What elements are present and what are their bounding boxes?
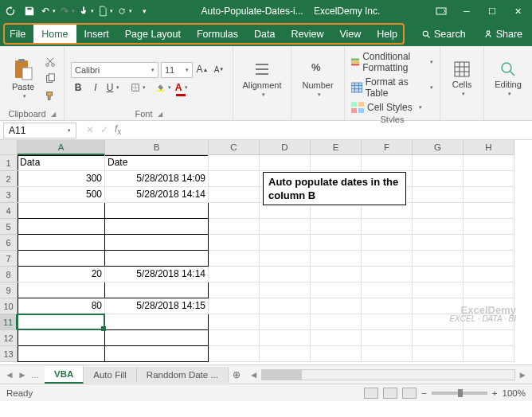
enter-formula-icon[interactable]: ✓ xyxy=(100,124,108,135)
cell-B8[interactable]: 5/28/2018 14:14 xyxy=(105,267,209,283)
view-pagelayout-icon[interactable] xyxy=(383,388,397,399)
touch-mode-icon[interactable]: ▾ xyxy=(80,4,94,18)
row-header[interactable]: 2 xyxy=(0,171,18,187)
sheet-nav-first-icon[interactable]: ◄ xyxy=(5,370,14,380)
tab-review[interactable]: Review xyxy=(283,24,331,45)
tab-view[interactable]: View xyxy=(331,24,369,45)
copy-icon[interactable] xyxy=(43,72,57,86)
view-pagebreak-icon[interactable] xyxy=(402,388,417,399)
column-header[interactable]: D xyxy=(260,140,311,155)
row-header[interactable]: 7 xyxy=(0,251,18,267)
cell-A3[interactable]: 500 xyxy=(18,187,105,203)
scroll-left-icon[interactable]: ◄ xyxy=(249,370,258,380)
zoom-out-icon[interactable]: − xyxy=(421,388,427,398)
cancel-formula-icon[interactable]: ✕ xyxy=(86,124,94,135)
increase-font-icon[interactable]: A▲ xyxy=(195,62,209,76)
row-header[interactable]: 8 xyxy=(0,267,18,283)
tab-help[interactable]: Help xyxy=(369,24,405,45)
column-header[interactable]: G xyxy=(413,140,464,155)
column-header[interactable]: E xyxy=(311,140,362,155)
bold-icon[interactable]: B xyxy=(71,80,85,95)
cell-B3[interactable]: 5/28/2018 14:14 xyxy=(105,187,209,203)
italic-icon[interactable]: I xyxy=(88,80,103,95)
qat-customize-icon[interactable]: ▾ xyxy=(137,4,151,18)
worksheet-grid[interactable]: ABCDEFGH 12345678910111213 DataDate3005/… xyxy=(0,140,532,364)
cell-B2[interactable]: 5/28/2018 14:09 xyxy=(105,171,209,187)
refresh-icon[interactable]: ▾ xyxy=(118,4,132,18)
sheet-tab-vba[interactable]: VBA xyxy=(45,366,84,384)
column-header[interactable]: B xyxy=(105,140,209,155)
conditional-formatting-button[interactable]: Conditional Formatting▾ xyxy=(351,51,433,73)
save-icon[interactable] xyxy=(22,4,37,18)
zoom-in-icon[interactable]: + xyxy=(492,388,498,398)
cell-A10[interactable]: 80 xyxy=(18,298,105,314)
tab-file[interactable]: File xyxy=(2,24,33,45)
cell-A2[interactable]: 300 xyxy=(18,171,105,187)
share-button[interactable]: Share xyxy=(475,24,530,45)
minimize-icon[interactable]: ─ xyxy=(456,2,478,21)
zoom-level[interactable]: 100% xyxy=(503,388,526,398)
font-size-combo[interactable]: 11▾ xyxy=(161,62,193,78)
row-header[interactable]: 5 xyxy=(0,219,18,235)
column-header[interactable]: F xyxy=(362,140,413,155)
tab-page-layout[interactable]: Page Layout xyxy=(117,24,189,45)
underline-icon[interactable]: U▾ xyxy=(106,80,120,95)
number-button[interactable]: % Number ▾ xyxy=(298,53,338,104)
autosave-icon[interactable] xyxy=(3,4,18,18)
row-header[interactable]: 1 xyxy=(0,155,18,171)
row-header[interactable]: 6 xyxy=(0,235,18,251)
column-header[interactable]: A xyxy=(18,140,105,155)
sheet-tab-autofill[interactable]: Auto Fill xyxy=(84,367,137,383)
ribbon-options-icon[interactable] xyxy=(430,2,452,21)
sheet-nav-ellipsis[interactable]: ... xyxy=(30,370,40,380)
row-header[interactable]: 13 xyxy=(0,346,18,362)
row-header[interactable]: 12 xyxy=(0,330,18,346)
row-header[interactable]: 9 xyxy=(0,283,18,298)
fx-icon[interactable]: fx xyxy=(115,123,121,136)
tab-insert[interactable]: Insert xyxy=(76,24,117,45)
row-header[interactable]: 10 xyxy=(0,298,18,314)
cell-B10[interactable]: 5/28/2018 14:15 xyxy=(105,298,209,314)
decrease-font-icon[interactable]: A▼ xyxy=(212,62,226,76)
formula-input[interactable] xyxy=(121,123,532,138)
tab-formulas[interactable]: Formulas xyxy=(189,24,246,45)
column-header[interactable]: H xyxy=(464,140,514,155)
cut-icon[interactable] xyxy=(43,55,57,69)
tab-home[interactable]: Home xyxy=(33,24,76,45)
fill-color-icon[interactable]: ▾ xyxy=(157,80,171,95)
view-normal-icon[interactable] xyxy=(364,388,378,399)
cell-A8[interactable]: 20 xyxy=(18,267,105,283)
font-color-icon[interactable]: A ▾ xyxy=(174,80,189,95)
paste-button[interactable]: Paste ▾ xyxy=(6,53,40,104)
editing-button[interactable]: Editing ▾ xyxy=(491,53,526,104)
cell-B1[interactable]: Date xyxy=(105,155,209,171)
cells-button[interactable]: Cells ▾ xyxy=(447,53,477,104)
row-header[interactable]: 4 xyxy=(0,203,18,219)
font-family-combo[interactable]: Calibri▾ xyxy=(71,62,158,78)
format-as-table-button[interactable]: Format as Table▾ xyxy=(351,76,433,99)
column-header[interactable]: C xyxy=(209,140,260,155)
tab-data[interactable]: Data xyxy=(246,24,283,45)
new-file-icon[interactable]: ▾ xyxy=(99,4,113,18)
name-box[interactable]: A11▾ xyxy=(3,123,76,138)
format-painter-icon[interactable] xyxy=(43,88,57,103)
alignment-button[interactable]: Alignment ▾ xyxy=(240,53,284,104)
redo-icon[interactable]: ↷▾ xyxy=(61,4,75,18)
close-icon[interactable]: ✕ xyxy=(507,2,529,21)
sheet-nav-next-icon[interactable]: ► xyxy=(18,370,27,380)
search-button[interactable]: Search xyxy=(413,24,474,45)
clipboard-launcher-icon[interactable]: ◢ xyxy=(51,111,56,118)
row-header[interactable]: 3 xyxy=(0,187,18,203)
row-header[interactable]: 11 xyxy=(0,314,18,330)
scroll-right-icon[interactable]: ► xyxy=(518,370,527,380)
add-sheet-icon[interactable]: ⊕ xyxy=(229,369,244,380)
undo-icon[interactable]: ↶▾ xyxy=(41,4,56,18)
cell-styles-button[interactable]: Cell Styles▾ xyxy=(351,102,433,113)
zoom-slider[interactable] xyxy=(432,392,487,395)
sheet-tab-random[interactable]: Randdom Date ... xyxy=(137,367,229,383)
font-launcher-icon[interactable]: ◢ xyxy=(158,111,162,118)
maximize-icon[interactable]: ☐ xyxy=(481,2,503,21)
borders-icon[interactable]: ▾ xyxy=(131,80,146,95)
cell-A1[interactable]: Data xyxy=(18,155,105,171)
horizontal-scrollbar[interactable] xyxy=(261,369,514,380)
